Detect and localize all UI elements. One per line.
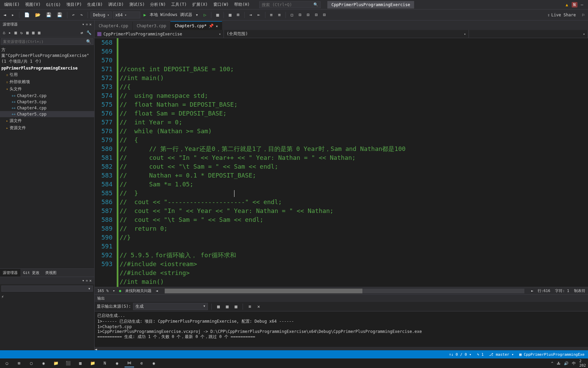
file-chapter3[interactable]: ++Chapter3.cpp [0,99,94,105]
tb-icon-2[interactable]: ▦ [227,11,233,18]
tab-chapter4[interactable]: Chapter4.cpp [95,22,133,30]
code-body[interactable]: //const int DEPOSIT_BASE = 100;//int mai… [118,38,588,287]
onenote-icon[interactable]: N [100,359,110,367]
forward-button[interactable]: ▸ [10,11,16,18]
tb-a-icon[interactable]: ▸ [7,30,12,36]
config-dropdown[interactable]: Debug [91,12,112,18]
out-icon-1[interactable]: ▦ [215,303,222,310]
start-debug-button[interactable]: ▶ [142,11,148,18]
switch-view-icon[interactable]: ⇄ [79,30,84,36]
dropdown-icon[interactable]: ▾ [82,278,84,283]
tb-d-icon[interactable]: ▦ [31,30,36,36]
changes-indicator[interactable]: ✎ 1 [477,352,484,357]
references-node[interactable]: ▫引用 [0,71,94,78]
app-1-icon[interactable]: ▢ [27,359,36,367]
tb-e-icon[interactable]: ▦ [36,30,42,36]
search-input[interactable] [262,2,313,7]
tab-explorer[interactable]: 源管理器 [0,269,20,277]
nav-scope-dropdown[interactable]: (全局范围) [224,30,469,38]
menu-git[interactable]: Git(G) [43,1,63,9]
explorer-search-input[interactable] [3,40,86,44]
tb-icon-11[interactable]: ⊡ [313,11,320,18]
refresh-icon[interactable]: ↻ [19,30,24,36]
external-deps-node[interactable]: ▫外部依赖项 [0,78,94,86]
nav-project-dropdown[interactable]: CppPrimerPlusProgrammingExercise [95,30,224,38]
errors-indicator[interactable]: ↑↓ 0 / 0 ▾ [449,352,471,357]
tb-icon-1[interactable]: ▦ [214,11,221,18]
menu-extensions[interactable]: 扩展(X) [190,0,211,9]
tb-icon-3[interactable]: ⊞ [235,11,242,18]
chrome-icon[interactable]: ◉ [112,359,122,367]
clear-icon[interactable]: ✕ [255,303,262,310]
output-source-dropdown[interactable]: 生成 [133,303,208,310]
properties-dropdown[interactable] [1,286,93,292]
tab-git-changes[interactable]: Git 更改 [20,269,43,277]
out-icon-3[interactable]: ▦ [233,303,240,310]
folder-icon[interactable]: 📁 [88,359,97,367]
platform-dropdown[interactable]: x64 [113,12,140,18]
file-chapter5[interactable]: ++Chapter5.cpp [0,111,94,117]
source-files-node[interactable]: ▸源文件 [0,117,94,124]
terminal-icon[interactable]: ⬛ [63,359,73,367]
warning-icon[interactable]: ▲ [566,2,568,7]
explorer-icon[interactable]: 📁 [51,359,61,367]
menu-window[interactable]: 窗口(W) [211,0,232,9]
network-icon[interactable]: 🖧 [557,361,560,366]
project-node[interactable]: ppPrimerPlusProgrammingExercise [0,65,94,71]
save-all-icon[interactable]: 💾 [55,11,64,18]
scroll-right-icon[interactable]: ► [531,289,534,293]
close-icon[interactable]: ✕ [89,22,92,27]
minimize-icon[interactable]: — [581,2,583,7]
close-icon[interactable]: ✕ [216,24,218,28]
tb-b-icon[interactable]: ▦ [13,30,18,36]
out-icon-4[interactable]: ≡ [246,303,253,310]
menu-test[interactable]: 测试(S) [127,0,148,9]
nav-member-dropdown[interactable] [469,30,588,38]
lightning-icon[interactable]: ⚡ [1,294,4,299]
scroll-left-icon[interactable]: ◄ [156,289,158,293]
search-box[interactable]: 🔍 [259,1,321,8]
tb-icon-6[interactable]: ≡ [268,11,275,18]
debugger-label[interactable]: 本地 Windows 调试器 [150,12,192,18]
branch-indicator[interactable]: ⎇ master ▾ [489,352,514,357]
tb-icon-10[interactable]: ⊡ [305,11,312,18]
redo-button[interactable]: ↷ [78,11,85,18]
tab-class-view[interactable]: 类视图 [43,269,59,277]
open-icon[interactable]: 📂 [33,11,43,18]
tb-icon-9[interactable]: ⊡ [297,11,304,18]
horizontal-scrollbar[interactable] [165,289,524,293]
ime-icon[interactable]: 中 [572,361,576,366]
menu-project[interactable]: 项目(P) [64,0,85,9]
tb-icon-7[interactable]: ≡ [276,11,283,18]
user-badge[interactable]: N [572,2,577,7]
tb-icon-8[interactable]: ◻ [289,11,295,18]
volume-icon[interactable]: 🔊 [564,361,569,366]
debug-dropdown-icon[interactable]: ▾ [194,11,200,18]
wrench-icon[interactable]: 🔧 [85,30,93,36]
feedback-icon[interactable]: ⚐ [580,11,587,18]
tray-expand-icon[interactable]: ^ [551,361,554,366]
resource-files-node[interactable]: ▸资源文件 [0,124,94,132]
close-icon[interactable]: ✕ [89,278,92,283]
out-icon-2[interactable]: ▦ [224,303,231,310]
menu-debug[interactable]: 调试(D) [105,0,127,9]
scroll-thumb[interactable] [165,289,362,293]
menu-view[interactable]: 视图(V) [22,0,44,9]
save-icon[interactable]: 💾 [44,11,53,18]
solution-node[interactable]: 方案"CppPrimerPlusProgrammingExercise"(1 个… [0,46,94,65]
home-icon[interactable]: ⌂ [1,30,6,36]
clock[interactable]: 2202 [579,359,586,368]
zoom-dropdown-icon[interactable]: ▾ [113,289,115,293]
back-button[interactable]: ◄ [1,11,8,18]
app-3-icon[interactable]: ▦ [76,359,85,367]
pin-icon[interactable]: 📌 [209,24,214,28]
dropdown-icon[interactable]: ▾ [82,22,84,27]
app-2-icon[interactable]: ◉ [39,359,48,367]
menu-edit[interactable]: 编辑(E) [1,0,22,9]
tb-icon-4[interactable]: ⇥ [247,11,254,18]
new-file-icon[interactable]: 📄 [22,11,32,18]
vs-icon[interactable]: ⋈ [125,359,134,367]
pin-icon[interactable]: ▫ [86,22,88,27]
menu-analyze[interactable]: 分析(N) [147,0,168,9]
output-body[interactable]: 已启动生成... 1>------ 已启动生成: 项目: CppPrimerPl… [95,311,588,347]
